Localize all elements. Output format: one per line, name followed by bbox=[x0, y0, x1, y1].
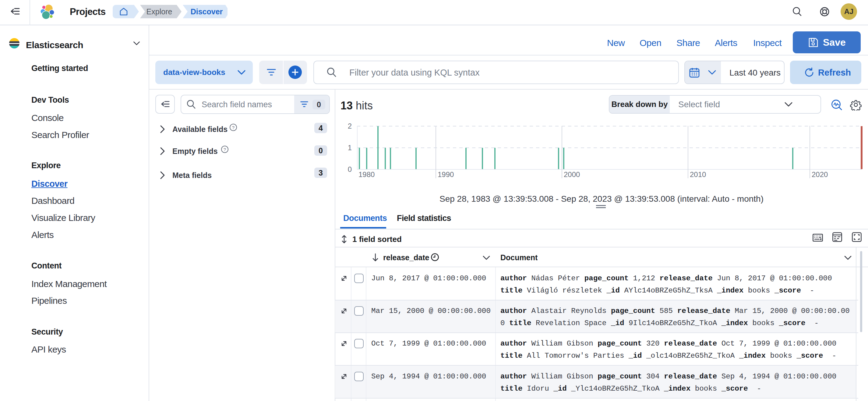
svg-text:?: ? bbox=[223, 147, 226, 152]
svg-text:?: ? bbox=[232, 125, 235, 130]
